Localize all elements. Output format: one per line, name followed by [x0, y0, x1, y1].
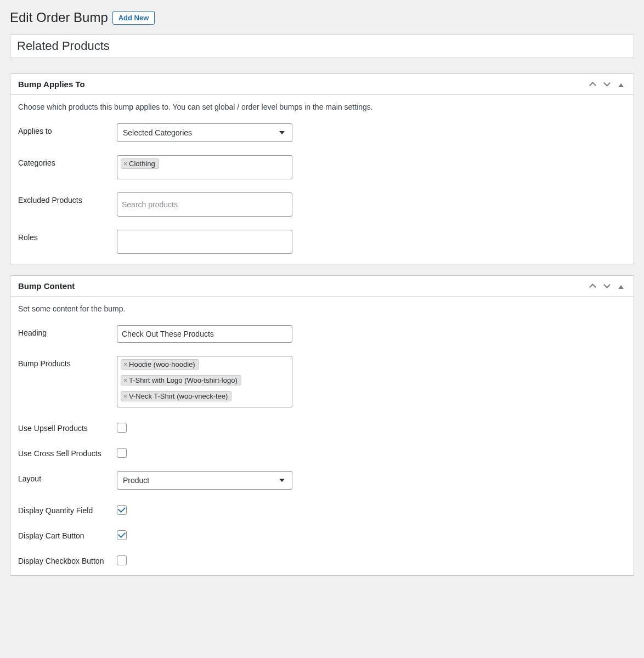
label-excluded: Excluded Products [18, 192, 111, 205]
remove-tag-icon[interactable]: × [123, 361, 127, 368]
display-checkbox-checkbox[interactable] [117, 555, 127, 565]
roles-tag-input[interactable] [117, 230, 292, 254]
remove-tag-icon[interactable]: × [123, 393, 127, 400]
tag-label: Clothing [129, 160, 155, 168]
label-roles: Roles [18, 230, 111, 242]
add-new-button[interactable]: Add New [112, 11, 155, 25]
remove-tag-icon[interactable]: × [123, 377, 127, 384]
label-use-cross-sell: Use Cross Sell Products [18, 446, 111, 458]
label-use-upsell: Use Upsell Products [18, 421, 111, 433]
label-display-qty: Display Quantity Field [18, 503, 111, 515]
tag-item: ×V-Neck T-Shirt (woo-vneck-tee) [121, 391, 231, 401]
tag-item: ×Hoodie (woo-hoodie) [121, 359, 199, 370]
display-cart-checkbox[interactable] [117, 530, 127, 540]
panel-title-applies: Bump Applies To [18, 80, 85, 89]
panel-content: Bump Content Set some content for the bu… [10, 275, 634, 576]
layout-select[interactable]: Product [117, 471, 292, 490]
categories-tag-input[interactable]: ×Clothing [117, 155, 292, 179]
panel-move-down-icon[interactable] [602, 80, 612, 89]
panel-description-applies: Choose which products this bump applies … [18, 103, 626, 111]
panel-collapse-icon[interactable] [616, 80, 626, 89]
label-applies-to: Applies to [18, 123, 111, 135]
label-heading: Heading [18, 325, 111, 337]
page-title: Edit Order Bump [10, 10, 108, 25]
label-layout: Layout [18, 471, 111, 483]
tag-label: V-Neck T-Shirt (woo-vneck-tee) [129, 392, 228, 400]
panel-move-up-icon[interactable] [587, 80, 597, 89]
display-qty-checkbox[interactable] [117, 505, 127, 515]
label-display-cart: Display Cart Button [18, 528, 111, 540]
label-bump-products: Bump Products [18, 356, 111, 368]
panel-collapse-icon[interactable] [616, 282, 626, 291]
panel-move-up-icon[interactable] [587, 282, 597, 291]
label-categories: Categories [18, 155, 111, 167]
label-display-checkbox: Display Checkbox Button [18, 553, 111, 565]
panel-controls [587, 282, 626, 291]
tag-label: Hoodie (woo-hoodie) [129, 360, 195, 368]
tag-item: ×T-Shirt with Logo (Woo-tshirt-logo) [121, 375, 241, 385]
tag-item: ×Clothing [121, 158, 159, 169]
bump-products-tag-input[interactable]: ×Hoodie (woo-hoodie)×T-Shirt with Logo (… [117, 356, 292, 407]
use-upsell-checkbox[interactable] [117, 423, 127, 433]
post-title-input[interactable] [10, 34, 634, 58]
panel-title-content: Bump Content [18, 281, 75, 291]
heading-input[interactable] [117, 325, 292, 343]
panel-controls [587, 80, 626, 89]
tag-label: T-Shirt with Logo (Woo-tshirt-logo) [129, 376, 238, 384]
excluded-products-input[interactable] [117, 192, 292, 217]
panel-applies-to: Bump Applies To Choose which products th… [10, 73, 634, 264]
panel-move-down-icon[interactable] [602, 282, 612, 291]
panel-description-content: Set some content for the bump. [18, 304, 626, 313]
remove-tag-icon[interactable]: × [123, 160, 127, 168]
use-cross-sell-checkbox[interactable] [117, 448, 127, 458]
applies-to-select[interactable]: Selected Categories [117, 123, 292, 142]
